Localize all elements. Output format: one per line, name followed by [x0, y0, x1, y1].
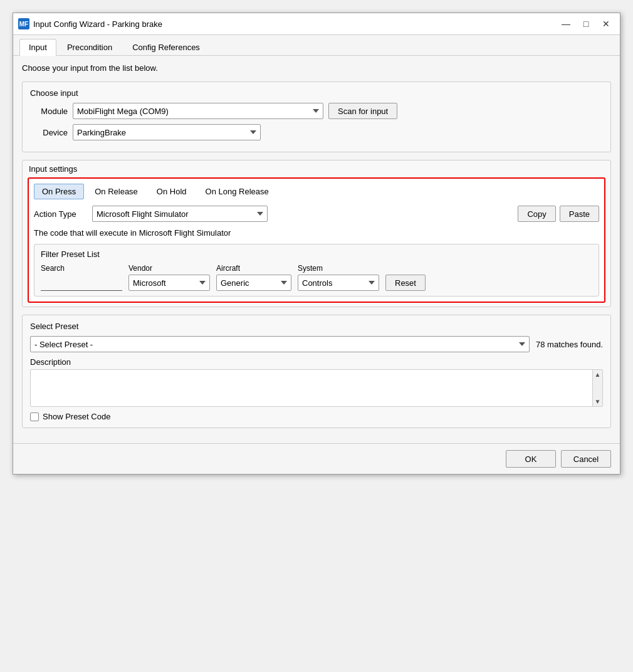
- subtitle: Choose your input from the list below.: [22, 63, 611, 73]
- code-description: The code that will execute in Microsoft …: [34, 228, 599, 238]
- preset-select[interactable]: - Select Preset -: [30, 336, 530, 352]
- system-col: System Controls: [298, 264, 379, 291]
- search-label: Search: [41, 264, 122, 273]
- reset-col: Reset: [385, 275, 426, 291]
- close-button[interactable]: ✕: [597, 17, 615, 31]
- vendor-label: Vendor: [128, 264, 210, 273]
- action-type-select-wrapper: Microsoft Flight Simulator: [92, 206, 268, 222]
- tab-on-press[interactable]: On Press: [34, 184, 84, 199]
- module-label: Module: [30, 107, 68, 116]
- input-settings-inner-box: On Press On Release On Hold On Long Rele…: [28, 177, 605, 303]
- matches-text: 78 matches found.: [536, 340, 603, 349]
- filter-preset-group: Filter Preset List Search Vendor Microso…: [34, 244, 599, 297]
- reset-button[interactable]: Reset: [385, 275, 426, 291]
- search-input[interactable]: [41, 275, 122, 291]
- tab-on-long-release[interactable]: On Long Release: [197, 184, 277, 199]
- module-select-wrapper: MobiFlight Mega (COM9): [73, 103, 323, 119]
- device-label: Device: [30, 128, 68, 137]
- preset-row: - Select Preset - 78 matches found.: [30, 336, 603, 352]
- tab-config-references[interactable]: Config References: [123, 39, 209, 55]
- description-content: [31, 370, 592, 406]
- device-select-wrapper: ParkingBrake: [73, 124, 261, 140]
- system-label: System: [298, 264, 379, 273]
- scan-for-input-button[interactable]: Scan for input: [328, 103, 397, 119]
- aircraft-select[interactable]: Generic: [216, 275, 291, 291]
- show-preset-code-label: Show Preset Code: [43, 412, 110, 421]
- action-type-label: Action Type: [34, 209, 87, 219]
- cancel-button[interactable]: Cancel: [561, 450, 611, 468]
- module-row: Module MobiFlight Mega (COM9) Scan for i…: [30, 103, 603, 119]
- filter-row: Search Vendor Microsoft Aircraft: [41, 264, 592, 291]
- scroll-up-icon[interactable]: ▲: [595, 371, 601, 378]
- choose-input-label: Choose input: [30, 88, 603, 98]
- filter-preset-label: Filter Preset List: [41, 249, 592, 259]
- search-col: Search: [41, 264, 122, 291]
- tab-on-hold[interactable]: On Hold: [149, 184, 195, 199]
- description-label: Description: [30, 357, 603, 367]
- vendor-col: Vendor Microsoft: [128, 264, 210, 291]
- select-preset-section: Select Preset - Select Preset - 78 match…: [22, 315, 611, 428]
- device-select[interactable]: ParkingBrake: [73, 124, 261, 140]
- action-type-row: Action Type Microsoft Flight Simulator C…: [34, 206, 599, 222]
- title-bar-left: MF Input Config Wizard - Parking brake: [18, 18, 162, 29]
- paste-button[interactable]: Paste: [560, 206, 599, 222]
- footer: OK Cancel: [13, 443, 620, 474]
- window-title: Input Config Wizard - Parking brake: [33, 19, 162, 29]
- ok-button[interactable]: OK: [506, 450, 556, 468]
- main-content: Choose your input from the list below. C…: [13, 56, 620, 443]
- inner-tabs: On Press On Release On Hold On Long Rele…: [34, 184, 599, 199]
- description-scrollbar[interactable]: ▲ ▼: [592, 370, 602, 406]
- show-preset-row: Show Preset Code: [30, 412, 603, 421]
- maximize-button[interactable]: □: [577, 17, 595, 31]
- preset-select-wrapper: - Select Preset -: [30, 336, 530, 352]
- system-select[interactable]: Controls: [298, 275, 379, 291]
- copy-paste-row: Copy Paste: [518, 206, 599, 222]
- vendor-select[interactable]: Microsoft: [128, 275, 210, 291]
- device-row: Device ParkingBrake: [30, 124, 603, 140]
- input-settings-section: Input settings On Press On Release On Ho…: [22, 160, 611, 307]
- app-icon: MF: [18, 18, 29, 29]
- tab-precondition[interactable]: Precondition: [58, 39, 122, 55]
- title-bar-controls: — □ ✕: [557, 17, 615, 31]
- tab-on-release[interactable]: On Release: [86, 184, 146, 199]
- module-select[interactable]: MobiFlight Mega (COM9): [73, 103, 323, 119]
- copy-button[interactable]: Copy: [518, 206, 555, 222]
- minimize-button[interactable]: —: [557, 17, 575, 31]
- choose-input-section: Choose input Module MobiFlight Mega (COM…: [22, 81, 611, 152]
- description-box: ▲ ▼: [30, 369, 603, 407]
- aircraft-col: Aircraft Generic: [216, 264, 291, 291]
- scroll-down-icon[interactable]: ▼: [595, 398, 601, 405]
- select-preset-label: Select Preset: [30, 322, 603, 331]
- title-bar: MF Input Config Wizard - Parking brake —…: [13, 13, 620, 35]
- tab-bar: Input Precondition Config References: [13, 35, 620, 56]
- action-type-select[interactable]: Microsoft Flight Simulator: [92, 206, 268, 222]
- show-preset-code-checkbox[interactable]: [30, 412, 39, 421]
- window: MF Input Config Wizard - Parking brake —…: [13, 13, 620, 475]
- input-settings-label: Input settings: [23, 160, 610, 174]
- tab-input[interactable]: Input: [19, 39, 56, 56]
- aircraft-label: Aircraft: [216, 264, 291, 273]
